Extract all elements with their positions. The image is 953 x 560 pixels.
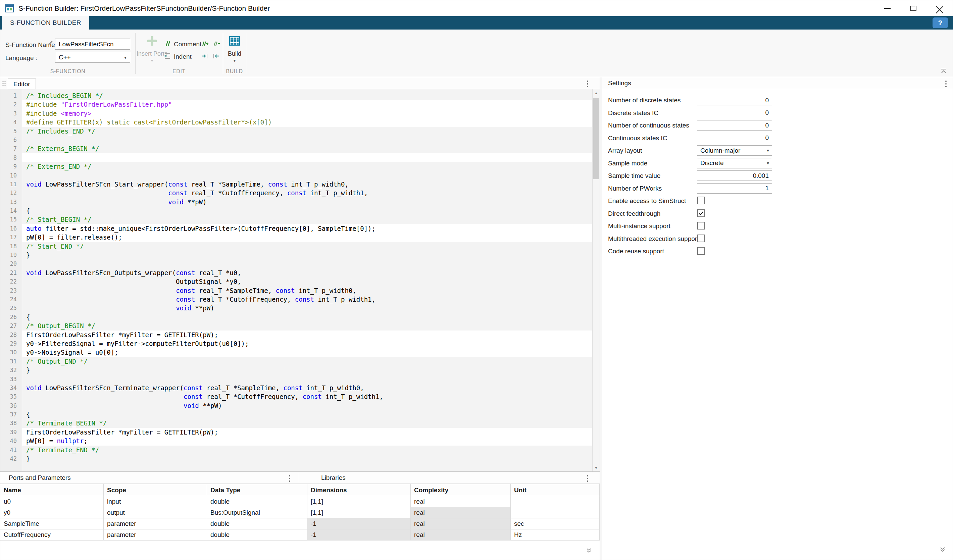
editor-scrollbar[interactable]: ▲ ▼ (592, 89, 600, 472)
table-row-cutofffrequency[interactable]: CutoffFrequencyparameterdouble-1realHz (0, 529, 600, 541)
code-line-18[interactable]: 18/* Start_END */ (0, 242, 592, 251)
cell-name[interactable]: CutoffFrequency (0, 529, 104, 540)
libraries-options-kebab-icon[interactable] (585, 474, 590, 483)
cell-data-type[interactable]: double (207, 518, 307, 529)
code-line-21[interactable]: 21void LowPassFilterSFcn_Outputs_wrapper… (0, 268, 592, 277)
settings-input-number-of-continuous-states[interactable] (697, 120, 772, 130)
indent-right-button[interactable] (200, 52, 209, 60)
settings-checkbox-direct-feedthrough[interactable] (697, 209, 705, 217)
comment-add-button[interactable] (200, 39, 209, 48)
code-line-36[interactable]: 36 void **pW) (0, 401, 592, 410)
cell-complexity[interactable]: real (411, 507, 511, 518)
code-line-37[interactable]: 37{ (0, 410, 592, 419)
cell-dimensions[interactable]: -1 (307, 518, 411, 529)
settings-checkbox-enable-access-to-simstruct[interactable] (697, 197, 705, 204)
scroll-down-icon[interactable]: ▼ (593, 464, 600, 472)
code-line-11[interactable]: 11void LowPassFilterSFcn_Start_wrapper(c… (0, 180, 592, 189)
cell-unit[interactable] (511, 507, 600, 518)
code-line-14[interactable]: 14{ (0, 206, 592, 215)
settings-input-continuous-states-ic[interactable] (697, 133, 772, 143)
code-line-16[interactable]: 16auto filter = std::make_unique<FirstOr… (0, 224, 592, 233)
editor-options-kebab-icon[interactable] (585, 79, 590, 88)
code-line-23[interactable]: 23 const real_T *SampleTime, const int_T… (0, 286, 592, 295)
cell-complexity[interactable]: real (411, 496, 511, 507)
scrollbar-thumb[interactable] (593, 98, 599, 179)
code-line-40[interactable]: 40pW[0] = nullptr; (0, 436, 592, 445)
code-line-27[interactable]: 27/* Output_BEGIN */ (0, 321, 592, 330)
settings-dropdown-sample-mode[interactable]: Discrete▾ (697, 158, 772, 168)
cell-scope[interactable]: input (104, 496, 207, 507)
code-line-6[interactable]: 6 (0, 135, 592, 144)
code-line-29[interactable]: 29y0->FilteredSignal = myFilter->compute… (0, 339, 592, 348)
language-dropdown[interactable]: C++ ▾ (55, 52, 130, 63)
table-row-u0[interactable]: u0inputdouble[1,1]real (0, 496, 600, 507)
code-line-41[interactable]: 41/* Terminate_END */ (0, 445, 592, 454)
tab-editor[interactable]: Editor (8, 79, 36, 89)
code-line-33[interactable]: 33 (0, 375, 592, 383)
settings-input-discrete-states-ic[interactable] (697, 108, 772, 118)
table-row-y0[interactable]: y0outputBus:OutputSignal[1,1]real (0, 507, 600, 518)
libraries-title[interactable]: Libraries (321, 474, 346, 481)
tab-sfunction-builder[interactable]: S-FUNCTION BUILDER (2, 16, 89, 29)
code-line-26[interactable]: 26{ (0, 313, 592, 321)
cell-unit[interactable]: sec (511, 518, 600, 529)
panel-splitter[interactable] (600, 77, 602, 560)
settings-input-sample-time-value[interactable] (697, 171, 772, 181)
code-line-17[interactable]: 17pW[0] = filter.release(); (0, 233, 592, 242)
code-line-22[interactable]: 22 OutputSignal *y0, (0, 277, 592, 286)
ports-options-kebab-icon[interactable] (287, 474, 292, 483)
code-line-2[interactable]: 2#include "FirstOrderLowPassFilter.hpp" (0, 100, 592, 109)
code-line-39[interactable]: 39FirstOrderLowPassFilter *myFilter = GE… (0, 428, 592, 436)
code-line-10[interactable]: 10 (0, 171, 592, 180)
sfunction-name-input[interactable] (55, 39, 130, 50)
settings-checkbox-multi-instance-support[interactable] (697, 222, 705, 230)
cell-complexity[interactable]: real (411, 529, 511, 540)
cell-name[interactable]: SampleTime (0, 518, 104, 529)
settings-options-kebab-icon[interactable] (944, 79, 948, 88)
code-line-35[interactable]: 35 const real_T *CutoffFrequency, const … (0, 392, 592, 401)
code-line-32[interactable]: 32} (0, 366, 592, 374)
cell-dimensions[interactable]: [1,1] (307, 507, 411, 518)
cell-unit[interactable]: Hz (511, 529, 600, 540)
close-button[interactable] (927, 0, 953, 16)
cell-scope[interactable]: parameter (104, 518, 207, 529)
cell-complexity[interactable]: real (411, 518, 511, 529)
cell-scope[interactable]: output (104, 507, 207, 518)
code-line-31[interactable]: 31/* Output_END */ (0, 357, 592, 366)
toolstrip-collapse-button[interactable] (940, 68, 947, 75)
code-line-9[interactable]: 9/* Externs_END */ (0, 162, 592, 171)
settings-checkbox-code-reuse-support[interactable] (697, 247, 705, 255)
cell-unit[interactable] (511, 496, 600, 507)
code-line-4[interactable]: 4#define GETFILTER(x) static_cast<FirstO… (0, 118, 592, 127)
code-line-34[interactable]: 34void LowPassFilterSFcn_Terminate_wrapp… (0, 383, 592, 392)
drag-handle-icon[interactable] (2, 80, 6, 88)
code-line-3[interactable]: 3#include <memory> (0, 109, 592, 118)
collapse-panel-icon[interactable] (585, 548, 592, 555)
cell-dimensions[interactable]: -1 (307, 529, 411, 540)
code-line-1[interactable]: 1/* Includes_BEGIN */ (0, 91, 592, 100)
settings-dropdown-array-layout[interactable]: Column-major▾ (697, 145, 772, 156)
code-line-25[interactable]: 25 void **pW) (0, 304, 592, 312)
cell-data-type[interactable]: double (207, 496, 307, 507)
cell-scope[interactable]: parameter (104, 529, 207, 540)
code-line-13[interactable]: 13 void **pW) (0, 198, 592, 206)
code-line-15[interactable]: 15/* Start_BEGIN */ (0, 215, 592, 224)
code-editor[interactable]: 1/* Includes_BEGIN */2#include "FirstOrd… (0, 89, 600, 472)
build-button[interactable]: Build ▾ (216, 34, 253, 63)
settings-input-number-of-pworks[interactable] (697, 183, 772, 194)
code-line-7[interactable]: 7/* Externs_BEGIN */ (0, 144, 592, 153)
maximize-button[interactable] (900, 0, 927, 16)
code-line-24[interactable]: 24 const real_T *CutoffFrequency, const … (0, 295, 592, 304)
cell-dimensions[interactable]: [1,1] (307, 496, 411, 507)
code-line-5[interactable]: 5/* Includes_END */ (0, 127, 592, 135)
code-line-12[interactable]: 12 const real_T *CutoffFrequency, const … (0, 189, 592, 197)
settings-input-number-of-discrete-states[interactable] (697, 95, 772, 105)
code-line-38[interactable]: 38/* Terminate_BEGIN */ (0, 419, 592, 427)
minimize-button[interactable] (874, 0, 900, 16)
code-line-28[interactable]: 28FirstOrderLowPassFilter *myFilter = GE… (0, 330, 592, 339)
code-line-30[interactable]: 30y0->NoisySignal = u0[0]; (0, 348, 592, 357)
table-row-sampletime[interactable]: SampleTimeparameterdouble-1realsec (0, 518, 600, 529)
code-line-20[interactable]: 20 (0, 259, 592, 268)
cell-name[interactable]: y0 (0, 507, 104, 518)
cell-data-type[interactable]: double (207, 529, 307, 540)
